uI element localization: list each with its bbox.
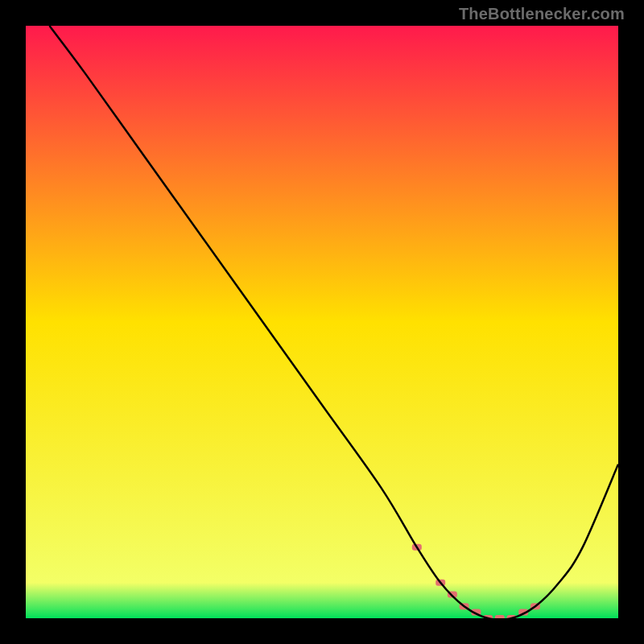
chart-marker [495,615,505,618]
chart-svg [26,26,618,618]
chart-plot-area [26,26,618,618]
attribution-text: TheBottleneсker.com [459,5,625,23]
